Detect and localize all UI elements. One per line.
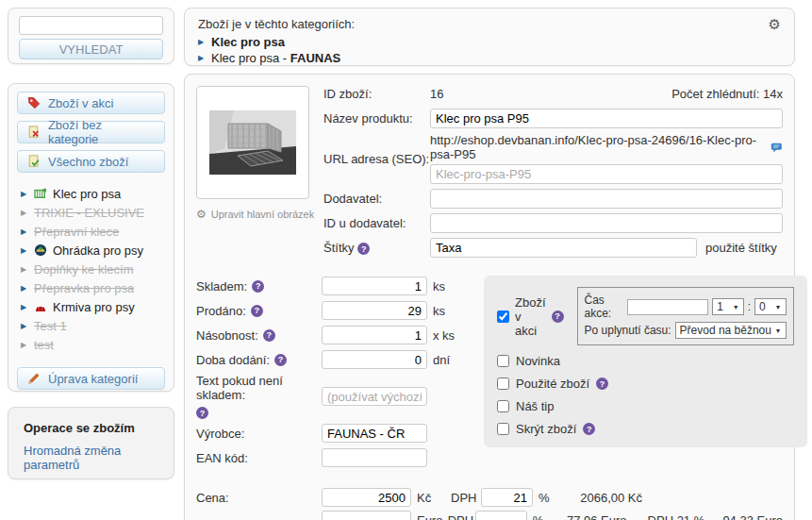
sale-minute-select[interactable]: 0▼ [754, 298, 786, 315]
category-item-test[interactable]: ▶ test [21, 335, 165, 354]
breadcrumb-title: Zboží je v těchto kategoriích: [198, 17, 781, 31]
price-with-tax: 77,96 Euro [548, 513, 627, 520]
category-item-ohradka[interactable]: ▶ Ohrádka pro psy [21, 241, 165, 260]
category-item-krmiva[interactable]: ▶ Krmiva pro psy [21, 297, 165, 316]
sale-hour-select[interactable]: 1▼ [712, 298, 743, 315]
dph-label: DPH [451, 491, 481, 505]
supplier-input[interactable] [430, 189, 783, 209]
help-icon[interactable]: ? [274, 354, 287, 366]
help-icon[interactable]: ? [583, 423, 595, 435]
help-icon[interactable]: ? [252, 280, 264, 293]
sale-flag-row: Zboží v akci ? Čas akce: 1▼ : 0▼ Po uply… [497, 287, 794, 345]
used-tags-link[interactable]: použité štítky [705, 241, 777, 255]
filter-sale-button[interactable]: Zboží v akci [17, 92, 165, 114]
category-label: TRIXIE - EXLUSIVE [34, 206, 144, 220]
filter-no-category-label: Zboží bez kategorie [48, 118, 155, 146]
product-id-label: ID zboží: [323, 87, 430, 101]
edit-categories-button[interactable]: Úprava kategorií [17, 367, 165, 390]
sale-time-input[interactable] [627, 299, 708, 315]
price-input[interactable] [322, 488, 411, 507]
tag-icon [27, 96, 41, 109]
manufacturer-label: Výrobce: [196, 427, 244, 441]
sale-time-label: Čas akce: [585, 294, 624, 320]
category-label: Přepravní klece [34, 225, 119, 239]
supplier-id-input[interactable] [430, 213, 783, 233]
product-id-row: ID zboží: 16 Počet zhlédnutí: 14x [323, 87, 783, 101]
delivery-time-unit: dní [433, 353, 450, 367]
pencil-icon [27, 372, 41, 385]
sale-checkbox[interactable] [497, 310, 509, 323]
price-input[interactable] [322, 511, 411, 520]
filter-all-button[interactable]: Všechno zboží [17, 150, 165, 173]
category-item-prepravni-klece[interactable]: ▶ Přepravní klece [21, 222, 165, 241]
new-checkbox[interactable] [497, 355, 509, 367]
filter-no-category-button[interactable]: Zboží bez kategorie [17, 121, 165, 143]
product-name-input[interactable] [430, 109, 783, 128]
sale-label: Zboží v akci [515, 295, 546, 338]
tags-input[interactable] [430, 238, 697, 258]
chevron-down-icon: ▼ [775, 304, 782, 310]
used-checkbox[interactable] [497, 377, 509, 390]
help-icon[interactable]: ? [552, 310, 564, 323]
search-button-label: VYHLEDAT [59, 42, 124, 57]
category-label: Přepravka pro psa [34, 281, 134, 295]
category-item-klec-pro-psa[interactable]: ▶ Klec pro psa [21, 184, 165, 203]
currency-label: Euro [417, 513, 448, 520]
sold-input[interactable] [322, 301, 427, 320]
new-label: Novinka [516, 354, 560, 368]
page: VYHLEDAT Zboží v akci Zboží bez kategori… [0, 0, 812, 520]
help-icon[interactable]: ? [251, 305, 263, 317]
dph-input[interactable] [481, 488, 533, 507]
hide-flag-row: Skrýt zboží ? [497, 422, 794, 436]
help-icon[interactable]: ? [357, 243, 370, 255]
search-input[interactable] [19, 16, 163, 35]
manufacturer-input[interactable] [322, 424, 427, 443]
supplier-row: Dodavatel: [323, 189, 783, 209]
stock-input[interactable] [322, 277, 427, 295]
tip-checkbox[interactable] [497, 400, 509, 412]
flags-panel: Zboží v akci ? Čas akce: 1▼ : 0▼ Po uply… [484, 276, 807, 447]
help-icon[interactable]: ? [196, 407, 208, 419]
not-in-stock-input[interactable] [322, 387, 427, 406]
price-row-kc: Cena: Kč DPH % 2066,00 Kč [196, 487, 783, 508]
ean-input[interactable] [322, 448, 427, 467]
settings-gear-icon[interactable]: ⚙ [769, 16, 781, 33]
comment-bubble-icon[interactable] [771, 142, 783, 154]
edit-main-image-button[interactable]: ⚙ Upravit hlavní obrázek [196, 208, 323, 221]
category-item-doplnky[interactable]: ▶ Doplňky ke klecím [21, 260, 165, 278]
multiplicity-row: Násobnost:? x ks [196, 325, 472, 345]
product-fields: ID zboží: 16 Počet zhlédnutí: 14x Název … [323, 86, 783, 262]
breadcrumb-item-1[interactable]: ▶ Klec pro psa [198, 34, 781, 50]
not-in-stock-label: Text pokud není skladem: [196, 374, 322, 402]
tags-row: Štítky ? použité štítky [323, 238, 783, 258]
category-item-test1[interactable]: ▶ Test 1 [21, 316, 165, 335]
category-label: Ohrádka pro psy [53, 243, 143, 258]
help-icon[interactable]: ? [596, 377, 608, 390]
chevron-right-icon: ▶ [21, 284, 28, 293]
tip-flag-row: Náš tip [497, 399, 794, 413]
help-icon[interactable]: ? [263, 329, 275, 342]
edit-main-image-label: Upravit hlavní obrázek [211, 209, 314, 220]
delivery-time-row: Doba dodání:? dní [196, 349, 472, 370]
price-section: Cena: Kč DPH % 2066,00 Kč Euro DPH % 77,… [196, 487, 783, 520]
product-top-section: ⚙ Upravit hlavní obrázek ID zboží: 16 Po… [196, 86, 783, 262]
breadcrumb-item-2[interactable]: ▶ Klec pro psa - FAUNAS [198, 50, 781, 66]
delivery-time-input[interactable] [322, 350, 427, 369]
product-image[interactable] [196, 86, 309, 199]
chevron-right-icon: ▶ [21, 190, 28, 198]
stock-label: Skladem: [196, 279, 247, 294]
product-url-slug-input[interactable] [430, 164, 783, 184]
category-item-trixie[interactable]: ▶ TRIXIE - EXLUSIVE [21, 203, 165, 222]
chevron-down-icon: ▼ [775, 327, 782, 334]
operations-title: Operace se zbožím [24, 421, 158, 435]
after-time-select[interactable]: Převod na běžnou▼ [675, 322, 787, 339]
category-item-prepravka[interactable]: ▶ Přepravka pro psa [21, 278, 165, 297]
product-url-row: URL adresa (SEO): http://eshop.devbanan.… [323, 133, 783, 184]
hide-checkbox[interactable] [497, 423, 509, 435]
dph-input[interactable] [475, 511, 527, 520]
time-colon: : [748, 300, 751, 313]
bulk-change-link[interactable]: Hromadná změna parametrů [24, 444, 121, 472]
search-button[interactable]: VYHLEDAT [19, 39, 163, 59]
new-flag-row: Novinka [497, 354, 794, 368]
multiplicity-input[interactable] [322, 326, 427, 344]
